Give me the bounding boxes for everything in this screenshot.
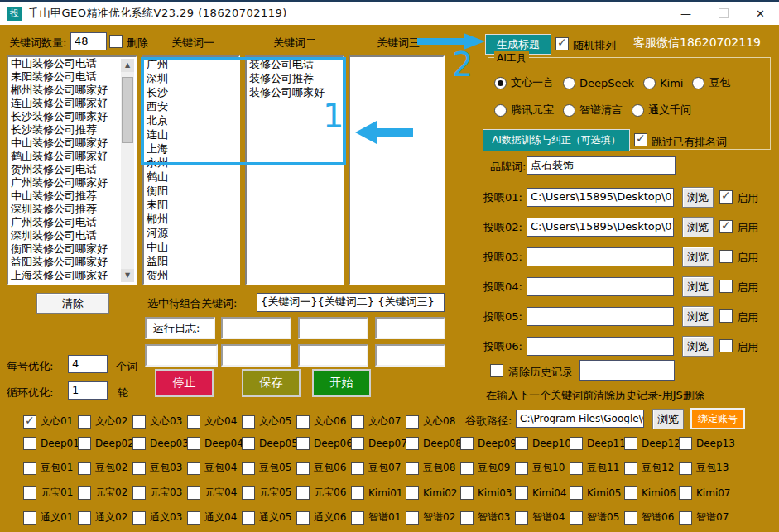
feed-enable-checkbox[interactable]: [719, 190, 733, 204]
account-checkbox-cell[interactable]: Deep07: [351, 437, 406, 450]
checkbox-icon[interactable]: [679, 511, 692, 525]
account-checkbox-cell[interactable]: 豆包10: [515, 461, 570, 475]
feed-path-input[interactable]: [527, 307, 674, 326]
account-checkbox-cell[interactable]: 通义06: [296, 510, 351, 525]
checkbox-icon[interactable]: [460, 437, 474, 450]
city-item[interactable]: 深圳: [144, 71, 238, 85]
city-item[interactable]: 长沙: [144, 85, 238, 99]
account-checkbox-cell[interactable]: 元宝06: [296, 486, 351, 500]
delete-checkbox[interactable]: [109, 35, 123, 48]
suffix-item[interactable]: 装修公司哪家好: [247, 85, 343, 99]
ai-radio-option[interactable]: DeepSeek: [563, 77, 634, 89]
feed-browse-button[interactable]: 浏览: [682, 187, 714, 208]
checkbox-icon[interactable]: [570, 462, 583, 475]
checkbox-icon[interactable]: [78, 462, 91, 475]
checkbox-icon[interactable]: [296, 511, 310, 525]
account-checkbox-cell[interactable]: Deep06: [296, 437, 351, 450]
account-checkbox-cell[interactable]: 豆包12: [624, 461, 679, 475]
feed-path-input[interactable]: [527, 277, 674, 296]
ai-radio-option[interactable]: 腾讯元宝: [494, 103, 554, 117]
minimize-button[interactable]: —: [667, 2, 704, 25]
account-checkbox-cell[interactable]: 元宝05: [242, 486, 296, 500]
checkbox-icon[interactable]: [23, 462, 36, 475]
radio-icon[interactable]: [632, 104, 644, 117]
keyword-item[interactable]: 贺州装修公司电话: [8, 163, 136, 176]
account-checkbox-cell[interactable]: Deep01: [23, 437, 78, 450]
checkbox-icon[interactable]: [624, 437, 637, 450]
feed-enable-checkbox[interactable]: [719, 339, 733, 352]
city-item[interactable]: 上海: [144, 141, 238, 156]
keyword-item[interactable]: 中山装修公司哪家好: [8, 137, 136, 150]
keyword-item[interactable]: 郴州装修公司哪家好: [8, 84, 136, 97]
keyword-item[interactable]: 耒阳装修公司电话: [8, 70, 136, 84]
account-checkbox-cell[interactable]: Deep13: [679, 437, 733, 450]
account-checkbox-cell[interactable]: 智谱04: [515, 510, 570, 525]
checkbox-icon[interactable]: [132, 462, 146, 475]
feed-browse-button[interactable]: 浏览: [682, 306, 714, 327]
checkbox-icon[interactable]: [351, 486, 364, 500]
feed-enable-checkbox[interactable]: [719, 250, 733, 263]
account-checkbox-cell[interactable]: Deep02: [78, 437, 132, 450]
account-checkbox-cell[interactable]: 豆包06: [296, 461, 351, 475]
checkbox-icon[interactable]: [187, 437, 200, 450]
checkbox-icon[interactable]: [23, 415, 36, 429]
account-checkbox-cell[interactable]: 智谱03: [460, 510, 515, 525]
scroll-up-icon[interactable]: ▲: [121, 59, 134, 72]
checkbox-icon[interactable]: [460, 462, 474, 475]
checkbox-icon[interactable]: [515, 437, 528, 450]
checkbox-icon[interactable]: [23, 486, 36, 500]
start-button[interactable]: 开始: [312, 369, 371, 397]
checkbox-icon[interactable]: [187, 486, 200, 500]
keyword-item[interactable]: 中山装修公司电话: [8, 57, 136, 70]
ai-radio-option[interactable]: 文心一言: [494, 75, 554, 90]
checkbox-icon[interactable]: [624, 486, 637, 500]
checkbox-icon[interactable]: [351, 437, 364, 450]
city-item[interactable]: 鹤山: [144, 170, 238, 184]
checkbox-icon[interactable]: [624, 511, 637, 525]
checkbox-icon[interactable]: [23, 511, 36, 525]
ai-radio-option[interactable]: Kimi: [643, 77, 683, 89]
account-checkbox-cell[interactable]: 元宝03: [132, 486, 187, 500]
checkbox-icon[interactable]: [406, 437, 419, 450]
radio-icon[interactable]: [692, 77, 704, 89]
checkbox-icon[interactable]: [406, 486, 419, 500]
account-checkbox-cell[interactable]: 通义03: [132, 510, 187, 525]
checkbox-icon[interactable]: [242, 415, 255, 429]
account-checkbox-cell[interactable]: 通义01: [23, 510, 78, 525]
checkbox-icon[interactable]: [78, 486, 91, 500]
checkbox-icon[interactable]: [570, 486, 583, 500]
account-checkbox-cell[interactable]: 元宝01: [23, 486, 78, 500]
keyword-item[interactable]: 长沙装修公司推荐: [8, 123, 136, 137]
checkbox-icon[interactable]: [296, 415, 310, 429]
random-order-checkbox[interactable]: [555, 37, 569, 50]
account-checkbox-cell[interactable]: Kimi02: [406, 486, 460, 500]
checkbox-icon[interactable]: [624, 462, 637, 475]
checkbox-icon[interactable]: [187, 415, 200, 429]
account-checkbox-cell[interactable]: Deep10: [515, 437, 570, 450]
account-checkbox-cell[interactable]: Deep04: [187, 437, 242, 450]
checkbox-icon[interactable]: [406, 415, 419, 429]
suffix-item[interactable]: 装修公司推荐: [247, 71, 343, 85]
suffix-item[interactable]: 装修公司电话: [247, 57, 343, 71]
radio-icon[interactable]: [494, 104, 507, 117]
account-checkbox-cell[interactable]: 豆包09: [460, 461, 515, 475]
account-checkbox-cell[interactable]: 智谱02: [406, 510, 460, 525]
account-checkbox-cell[interactable]: Deep05: [242, 437, 296, 450]
account-checkbox-cell[interactable]: 豆包11: [570, 461, 624, 475]
keyword-count-input[interactable]: 48: [70, 32, 107, 50]
account-checkbox-cell[interactable]: Kimi06: [624, 486, 679, 500]
brand-input[interactable]: 点石装饰: [527, 156, 676, 175]
close-button[interactable]: ✕: [742, 2, 779, 25]
account-checkbox-cell[interactable]: 文心07: [351, 415, 406, 429]
radio-icon[interactable]: [563, 77, 575, 89]
account-checkbox-cell[interactable]: Kimi03: [460, 486, 515, 500]
save-button[interactable]: 保存: [242, 369, 301, 397]
checkbox-icon[interactable]: [515, 486, 528, 500]
clear-history-input[interactable]: [579, 360, 675, 381]
account-checkbox-cell[interactable]: 元宝02: [78, 486, 132, 500]
checkbox-icon[interactable]: [132, 437, 146, 450]
checkbox-icon[interactable]: [187, 462, 200, 475]
account-checkbox-cell[interactable]: 豆包01: [23, 461, 78, 475]
account-checkbox-cell[interactable]: Deep09: [460, 437, 515, 450]
account-checkbox-cell[interactable]: 通义04: [187, 510, 242, 525]
